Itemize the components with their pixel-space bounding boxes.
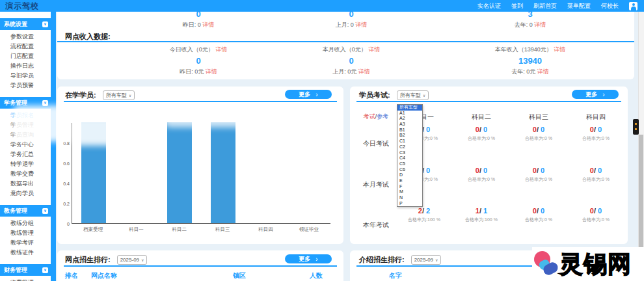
- students-more-button[interactable]: 更多 ›: [285, 90, 332, 99]
- sidebar-item-参数设置[interactable]: 参数设置: [0, 32, 51, 42]
- sidebar-item-学务汇总[interactable]: 学务汇总: [0, 150, 51, 159]
- branch-rank-more-button[interactable]: 更多 ›: [285, 254, 332, 263]
- detail-link[interactable]: 详情: [206, 68, 217, 75]
- sidebar-section-财务管理[interactable]: 财务管理∨: [0, 264, 51, 276]
- exam-cell-numbers: 0/ 0: [510, 126, 567, 133]
- dropdown-option-B1[interactable]: B1: [397, 127, 422, 133]
- sidebar-item-流程配置[interactable]: 流程配置: [0, 42, 51, 51]
- detail-link[interactable]: 详情: [202, 21, 214, 28]
- app-title: 演示驾校: [5, 1, 39, 12]
- vehicle-type-select[interactable]: 所有车型 ∨: [103, 90, 135, 100]
- dropdown-option-A2[interactable]: A2: [397, 116, 422, 122]
- detail-link[interactable]: 详情: [358, 68, 370, 75]
- detail-link[interactable]: 详情: [215, 46, 227, 53]
- sidebar-item-门店配置[interactable]: 门店配置: [0, 51, 51, 61]
- dropdown-option-C5[interactable]: C5: [397, 161, 422, 167]
- dropdown-option-E[interactable]: E: [397, 178, 422, 184]
- detail-link[interactable]: 详情: [368, 46, 380, 53]
- exam-cell: 0/ 0合格率为:0 %: [510, 167, 567, 203]
- sidebar-item-教练分组[interactable]: 教练分组: [0, 219, 51, 228]
- topbar-menu-item-5[interactable]: 何校长: [601, 2, 619, 10]
- branch-month-select[interactable]: 2025-09 ∨: [117, 255, 148, 265]
- detail-link[interactable]: 详情: [534, 21, 546, 28]
- branch-rank-card: 网点招生排行: 2025-09 ∨ 更多 › 排名网点名称镇区人数: [57, 250, 343, 281]
- exam-row-label: 本月考试: [356, 180, 396, 189]
- intro-month-select[interactable]: 2025-09 ∨: [411, 255, 442, 265]
- sidebar-item-转学退学[interactable]: 转学退学: [0, 159, 51, 169]
- dropdown-option-C1[interactable]: C1: [397, 139, 422, 144]
- dropdown-option-C6[interactable]: C6: [397, 167, 422, 173]
- sidebar-item-教练证件[interactable]: 教练证件: [0, 248, 51, 258]
- intro-rank-title: 介绍招生排行:: [359, 255, 405, 265]
- collapse-icon[interactable]: ∨: [42, 100, 48, 106]
- dropdown-option-N[interactable]: N: [397, 195, 422, 201]
- income-sub: 上月: 0元 详情: [280, 68, 423, 76]
- exam-pass-count: 0: [426, 126, 430, 133]
- topbar-menu-item-4[interactable]: 菜单配置: [567, 2, 591, 10]
- income-label: 本年收入（13940元） 详情: [459, 46, 602, 54]
- dropdown-option-P[interactable]: P: [397, 201, 422, 207]
- exam-subject-header: 科目二: [453, 113, 510, 122]
- sidebar-section-学务管理[interactable]: 学务管理∨: [0, 97, 51, 109]
- chart-x-labels: 档案受理科目一科目二科目三科目四领证毕业: [72, 226, 330, 233]
- sidebar-item-操作日志[interactable]: 操作日志: [0, 61, 51, 71]
- dropdown-option-D[interactable]: D: [397, 172, 422, 178]
- chevron-down-icon: ∨: [129, 93, 131, 98]
- detail-link[interactable]: 详情: [355, 21, 367, 28]
- sidebar-item-学员管理[interactable]: 学员管理: [0, 120, 51, 130]
- chart-y-tick: 0.8: [63, 141, 70, 146]
- vehicle-type-dropdown-list: 所有车型A1A2A3B1B2C1C2C3C4C5C6DEFMNP: [397, 104, 423, 207]
- overview-sub: 昨日: 0 详情: [133, 21, 263, 29]
- sidebar-item-教学考评[interactable]: 教学考评: [0, 238, 51, 248]
- collapse-icon[interactable]: ∨: [42, 21, 48, 27]
- floating-widget-handle[interactable]: [633, 119, 639, 135]
- lingxi-watermark-logo: 灵锡网: [532, 247, 644, 281]
- section-divider: [57, 41, 634, 42]
- exam-cell: 1/ 1合格率为:100 %: [453, 207, 510, 243]
- dropdown-option-C4[interactable]: C4: [397, 155, 422, 161]
- dropdown-option-A1[interactable]: A1: [397, 111, 422, 116]
- dropdown-option-C2[interactable]: C2: [397, 144, 422, 150]
- exam-row-label: 本年考试: [356, 221, 396, 230]
- sidebar-item-学员报名[interactable]: 学员报名: [0, 111, 51, 120]
- exam-pass-count: 0: [483, 126, 487, 133]
- dropdown-option-所有车型[interactable]: 所有车型: [397, 105, 422, 111]
- dropdown-option-A3[interactable]: A3: [397, 122, 422, 127]
- income-label: 本月收入（0元） 详情: [280, 46, 423, 54]
- overview-value-clipped: 3: [465, 12, 595, 18]
- dropdown-option-F[interactable]: F: [397, 184, 422, 190]
- sidebar-item-收费管理[interactable]: 收费管理: [0, 278, 51, 281]
- sidebar-item-导旧学员[interactable]: 导旧学员: [0, 71, 51, 81]
- dropdown-option-C3[interactable]: C3: [397, 150, 422, 156]
- collapse-icon[interactable]: ∨: [42, 267, 48, 273]
- overview-sub-text: 昨日: 0: [183, 21, 203, 28]
- sidebar-item-学员查询[interactable]: 学员查询: [0, 130, 51, 140]
- collapse-icon[interactable]: ∨: [42, 208, 48, 214]
- income-sub: 昨日: 0元 详情: [127, 68, 270, 76]
- topbar-menu-item-2[interactable]: 签到: [511, 2, 523, 10]
- exams-more-button[interactable]: 更多 ›: [572, 90, 619, 99]
- sidebar-section-教务管理[interactable]: 教务管理∨: [0, 205, 51, 217]
- topbar-menu-item-1[interactable]: 实名认证: [477, 2, 501, 10]
- sidebar-item-数据导出[interactable]: 数据导出: [0, 179, 51, 189]
- chart-bar-档案受理: [81, 122, 106, 223]
- exam-cell-numbers: 0/ 0: [453, 167, 510, 174]
- chart-bar-科目三: [211, 122, 235, 223]
- sidebar-item-教练管理[interactable]: 教练管理: [0, 228, 51, 238]
- dropdown-option-M[interactable]: M: [397, 189, 422, 195]
- sidebar-item-学务中心[interactable]: 学务中心: [0, 140, 51, 150]
- sidebar-section-系统设置[interactable]: 系统设置∨: [0, 18, 51, 30]
- overview-value: 0: [349, 12, 353, 18]
- students-bar-chart: 00.20.40.60.8: [72, 123, 330, 224]
- sidebar-item-教学交费[interactable]: 教学交费: [0, 169, 51, 179]
- intro-header-名字: 名字: [389, 271, 402, 280]
- sidebar-item-意向学员[interactable]: 意向学员: [0, 189, 51, 198]
- income-label: 今日收入（0元） 详情: [127, 46, 270, 54]
- sidebar-item-学员预警[interactable]: 学员预警: [0, 81, 51, 90]
- user-avatar[interactable]: [629, 2, 637, 10]
- exam-vehicle-type-select[interactable]: 所有车型 ∨: [397, 90, 429, 100]
- dropdown-option-B2[interactable]: B2: [397, 133, 422, 139]
- detail-link[interactable]: 详情: [537, 68, 549, 75]
- topbar-menu-item-3[interactable]: 刷新首页: [533, 2, 557, 10]
- detail-link[interactable]: 详情: [554, 46, 565, 53]
